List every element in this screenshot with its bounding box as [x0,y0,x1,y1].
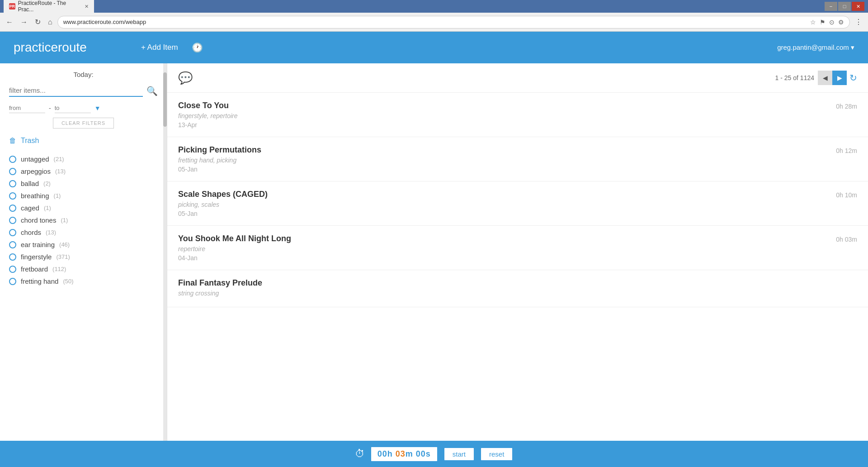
tag-count: (21) [54,156,64,162]
tag-item-fretting-hand[interactable]: fretting hand (50) [9,275,158,287]
browser-chrome: PR PracticeRoute - The Prac... ✕ − □ ✕ ←… [0,0,868,32]
practice-item-title: Scale Shapes (CAGED) [178,190,268,199]
reload-button[interactable]: ↻ [33,17,43,27]
tag-count: (371) [56,253,70,260]
maximize-button[interactable]: □ [838,2,851,11]
tag-item-chord-tones[interactable]: chord tones (1) [9,214,158,226]
refresh-button[interactable]: ↻ [849,72,857,83]
practice-item-title: Picking Permutations [178,145,261,155]
filter-input[interactable] [9,85,143,97]
user-email: greg.pantin@gmail.com ▾ [777,43,854,52]
tag-count: (50) [63,278,73,285]
sidebar-scrollbar[interactable] [163,63,167,441]
start-button[interactable]: start [443,447,475,461]
tag-circle [9,241,16,248]
to-date-input[interactable] [55,103,91,113]
tag-item-breathing[interactable]: breathing (1) [9,190,158,202]
tag-count: (2) [43,180,51,187]
next-page-button[interactable]: ▶ [832,71,847,85]
practice-item-time: 0h 12m [836,147,857,154]
tag-count: (112) [52,266,66,272]
tag-item-arpeggios[interactable]: arpeggios (13) [9,165,158,177]
minimize-button[interactable]: − [825,2,837,11]
browser-titlebar: PR PracticeRoute - The Prac... ✕ − □ ✕ [0,0,868,13]
practice-item-header: Close To You fingerstyle, repertoire 13-… [178,101,857,129]
home-button[interactable]: ⌂ [46,17,55,27]
user-menu[interactable]: greg.pantin@gmail.com ▾ [777,43,854,52]
practice-item-tags: fretting hand, picking [178,157,261,164]
date-range: - ▼ [9,103,158,113]
practice-item-date: 05-Jan [178,210,268,217]
practice-item-tags: fingerstyle, repertoire [178,112,238,119]
star-icon[interactable]: ☆ [810,19,816,26]
tag-count: (1) [44,205,51,211]
practice-item-time: 0h 03m [836,236,857,243]
practice-item[interactable]: Picking Permutations fretting hand, pick… [167,137,868,181]
tag-circle [9,168,16,175]
tag-item-caged[interactable]: caged (1) [9,202,158,214]
history-button[interactable]: 🕐 [192,42,203,53]
from-date-input[interactable] [9,103,45,113]
tag-name: chord tones [21,216,56,224]
tag-item-fretboard[interactable]: fretboard (112) [9,263,158,275]
practice-item-header: You Shook Me All Night Long repertoire 0… [178,234,857,262]
timer-minutes: 03 [396,449,406,458]
tag-count: (13) [46,229,56,236]
tag-circle [9,217,16,224]
practice-item-header: Final Fantasy Prelude string crossing [178,278,857,299]
tag-item-chords[interactable]: chords (13) [9,226,158,238]
back-button[interactable]: ← [4,17,15,27]
timer-icon: ⏱ [355,448,365,460]
tag-circle [9,180,16,187]
date-dropdown-icon[interactable]: ▼ [94,105,101,112]
browser-tab[interactable]: PR PracticeRoute - The Prac... ✕ [4,0,94,14]
sidebar: Today: 🔍 - ▼ CLEAR FILTERS 🗑 Trash untag… [0,63,167,441]
clear-filters-button[interactable]: CLEAR FILTERS [53,118,114,129]
practice-item[interactable]: Close To You fingerstyle, repertoire 13-… [167,93,868,137]
browser-tab-icon: PR [9,3,15,10]
practice-item-header: Scale Shapes (CAGED) picking, scales 05-… [178,190,857,217]
tag-circle [9,156,16,163]
tag-count: (13) [55,168,66,175]
tag-name: breathing [21,192,49,200]
practice-item-time: 0h 10m [836,191,857,199]
browser-tab-close-icon[interactable]: ✕ [85,4,89,10]
tag-item-ballad[interactable]: ballad (2) [9,177,158,190]
menu-button[interactable]: ⋮ [853,17,864,27]
practice-item[interactable]: Scale Shapes (CAGED) picking, scales 05-… [167,181,868,226]
chat-icon[interactable]: 💬 [178,71,193,85]
extensions-icon[interactable]: ⚙ [838,19,844,26]
shield-icon[interactable]: ⊙ [829,19,835,26]
practice-item-header: Picking Permutations fretting hand, pick… [178,145,857,173]
tag-item-untagged[interactable]: untagged (21) [9,153,158,165]
tag-item-fingerstyle[interactable]: fingerstyle (371) [9,251,158,263]
forward-button[interactable]: → [18,17,30,27]
close-button[interactable]: ✕ [852,2,864,11]
tag-item-ear-training[interactable]: ear training (46) [9,238,158,251]
content-header: 💬 1 - 25 of 1124 ◀ ▶ ↻ [167,63,868,93]
bookmark-icon[interactable]: ⚑ [820,19,826,26]
timer-display: 00h 03m 00s [370,446,438,462]
history-icon: 🕐 [192,43,203,52]
reset-button[interactable]: reset [480,447,513,461]
tag-list: untagged (21) arpeggios (13) ballad (2) … [9,153,158,287]
trash-label: Trash [21,137,39,145]
search-button[interactable]: 🔍 [146,86,158,96]
scrollbar-thumb[interactable] [163,72,167,127]
add-item-button[interactable]: + Add Item [141,43,178,52]
prev-page-button[interactable]: ◀ [818,71,832,85]
tag-name: fretboard [21,265,48,273]
address-bar[interactable]: www.practiceroute.com/webapp ☆ ⚑ ⊙ ⚙ [57,16,850,29]
app-logo: practiceroute [14,40,87,55]
browser-tab-title: PracticeRoute - The Prac... [18,0,82,13]
practice-items-list: Close To You fingerstyle, repertoire 13-… [167,93,868,307]
trash-item[interactable]: 🗑 Trash [9,137,158,145]
header-center: + Add Item 🕐 [87,42,777,53]
practice-item[interactable]: Final Fantasy Prelude string crossing [167,270,868,307]
practice-item[interactable]: You Shook Me All Night Long repertoire 0… [167,226,868,270]
tag-name: arpeggios [21,167,51,175]
tag-circle [9,192,16,200]
pagination-info: 1 - 25 of 1124 [775,74,814,81]
practice-item-info: You Shook Me All Night Long repertoire 0… [178,234,291,262]
practice-item-info: Picking Permutations fretting hand, pick… [178,145,261,173]
